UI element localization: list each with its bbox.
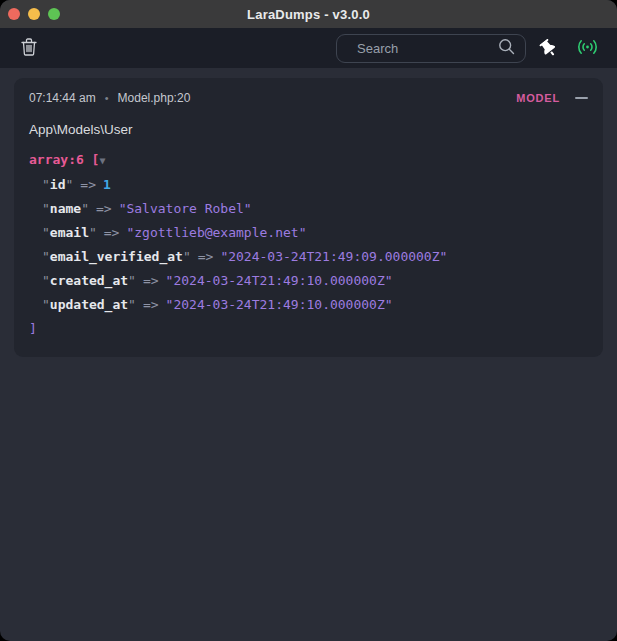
entry-value: "2024-03-24T21:49:10.000000Z" xyxy=(166,297,393,312)
entry-key: updated_at xyxy=(50,297,128,312)
traffic-lights xyxy=(8,0,60,28)
trash-icon xyxy=(21,38,37,59)
entry-key: name xyxy=(50,201,81,216)
app-window: LaraDumps - v3.0.0 xyxy=(0,0,617,641)
entry-value: 1 xyxy=(103,177,111,192)
entry-key: created_at xyxy=(50,273,128,288)
dump-entry: "updated_at"=>"2024-03-24T21:49:10.00000… xyxy=(29,293,588,317)
collapse-card-button[interactable] xyxy=(575,93,588,103)
dump-entry: "email"=>"zgottlieb@example.net" xyxy=(29,221,588,245)
dump-type-badge: MODEL xyxy=(516,92,560,104)
dump-output: array:6 [▼ "id"=>1 "name"=>"Salvatore Ro… xyxy=(29,148,588,341)
entry-value: "2024-03-24T21:49:09.000000Z" xyxy=(220,249,447,264)
entry-key: id xyxy=(50,177,66,192)
array-close-bracket: ] xyxy=(29,321,37,336)
dump-entry: "id"=>1 xyxy=(29,173,588,197)
arrow-operator: => xyxy=(80,177,96,192)
maximize-window-button[interactable] xyxy=(48,8,60,20)
arrow-operator: => xyxy=(198,249,214,264)
entry-value: "zgottlieb@example.net" xyxy=(126,225,306,240)
dump-entry: "email_verified_at"=>"2024-03-24T21:49:0… xyxy=(29,245,588,269)
arrow-operator: => xyxy=(104,225,120,240)
array-type-label: array:6 [ xyxy=(29,152,99,167)
arrow-operator: => xyxy=(96,201,112,216)
dump-entry: "name"=>"Salvatore Robel" xyxy=(29,197,588,221)
expand-toggle-icon[interactable]: ▼ xyxy=(99,155,105,166)
entry-key: email xyxy=(50,225,89,240)
search-icon xyxy=(498,38,515,59)
bullet-separator: • xyxy=(105,92,109,104)
clear-dumps-button[interactable] xyxy=(21,38,37,59)
server-status-button[interactable] xyxy=(577,39,598,58)
always-on-top-button[interactable] xyxy=(540,40,557,57)
dumps-list: 07:14:44 am • Model.php:20 MODEL App\Mod… xyxy=(0,68,617,641)
entry-value: "Salvatore Robel" xyxy=(119,201,252,216)
arrow-operator: => xyxy=(143,273,159,288)
close-window-button[interactable] xyxy=(8,8,20,20)
search-input[interactable] xyxy=(357,41,498,56)
array-open-line: array:6 [▼ xyxy=(29,148,588,173)
dump-entry: "created_at"=>"2024-03-24T21:49:10.00000… xyxy=(29,269,588,293)
entry-value: "2024-03-24T21:49:10.000000Z" xyxy=(166,273,393,288)
minus-icon xyxy=(575,97,588,99)
pin-icon xyxy=(537,36,561,60)
entry-key: email_verified_at xyxy=(50,249,183,264)
array-close-line: ] xyxy=(29,317,588,341)
minimize-window-button[interactable] xyxy=(28,8,40,20)
window-title: LaraDumps - v3.0.0 xyxy=(247,7,370,22)
toolbar xyxy=(0,28,617,68)
dump-source-file: Model.php:20 xyxy=(118,91,191,105)
broadcast-signal-icon xyxy=(577,39,598,58)
titlebar: LaraDumps - v3.0.0 xyxy=(0,0,617,28)
dump-card-header: 07:14:44 am • Model.php:20 MODEL xyxy=(29,91,588,105)
dump-card: 07:14:44 am • Model.php:20 MODEL App\Mod… xyxy=(14,78,603,357)
dump-timestamp: 07:14:44 am xyxy=(29,91,96,105)
search-field[interactable] xyxy=(336,34,526,63)
dump-class-name: App\Models\User xyxy=(29,122,588,137)
arrow-operator: => xyxy=(143,297,159,312)
